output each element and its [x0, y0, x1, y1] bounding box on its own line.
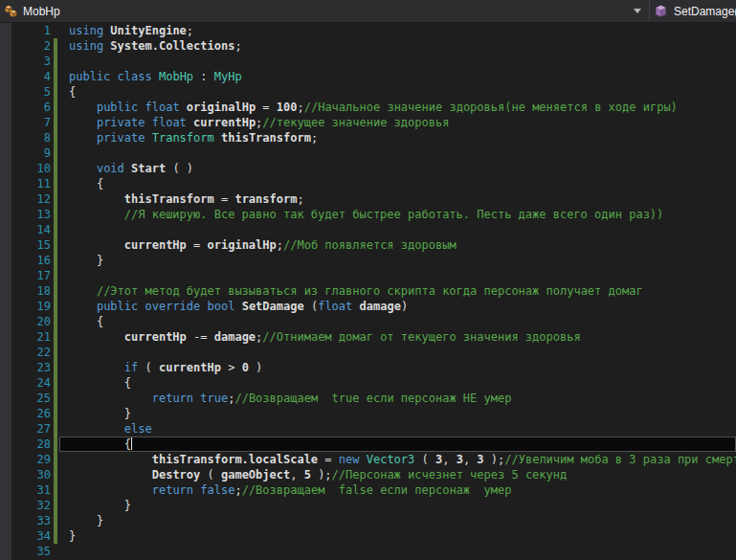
code-line-text: return true;//Возвращаем true если персо…: [69, 391, 511, 406]
code-editor[interactable]: 1using UnityEngine;2using System.Collect…: [0, 23, 736, 560]
code-line[interactable]: 10 void Start ( ): [0, 161, 736, 176]
code-line[interactable]: 28 {: [0, 437, 736, 452]
code-line[interactable]: 17: [0, 268, 736, 283]
code-line[interactable]: 21 currentHp -= damage;//Отнимаем домаг …: [0, 329, 736, 345]
code-line[interactable]: 5{: [0, 84, 736, 100]
line-number: 24: [0, 375, 51, 391]
code-line-text: {: [69, 176, 103, 191]
line-number: 34: [0, 528, 51, 544]
line-number: 29: [0, 452, 51, 467]
member-dropdown[interactable]: SetDamage(float damage): [650, 0, 736, 22]
line-number: 16: [0, 253, 51, 268]
code-line[interactable]: 2using System.Collections;: [0, 38, 736, 54]
line-number: 1: [0, 23, 51, 38]
line-number: 12: [0, 191, 51, 207]
code-line-text: void Start ( ): [69, 161, 193, 176]
code-line[interactable]: 11 {: [0, 176, 736, 191]
code-line[interactable]: 32 }: [0, 498, 736, 513]
line-number: 8: [0, 130, 51, 146]
code-line[interactable]: 19 public override bool SetDamage (float…: [0, 299, 736, 314]
code-line[interactable]: 9: [0, 146, 736, 161]
code-line-text: //Я кеширую. Все равно так будет быстрее…: [69, 207, 663, 222]
code-line-text: else: [69, 421, 152, 437]
code-line[interactable]: 24 {: [0, 375, 736, 391]
code-line-text: }: [69, 406, 131, 421]
line-number: 17: [0, 268, 51, 283]
line-number: 7: [0, 115, 51, 130]
line-number: 26: [0, 406, 51, 421]
code-line[interactable]: 35: [0, 544, 736, 559]
code-line-text: thisTransform.localScale = new Vector3 (…: [69, 452, 736, 467]
code-line[interactable]: 34}: [0, 528, 736, 544]
code-line[interactable]: 25 return true;//Возвращаем true если пе…: [0, 391, 736, 406]
code-line-text: currentHp -= damage;//Отнимаем домаг от …: [69, 329, 581, 345]
line-number: 35: [0, 544, 51, 559]
code-line-text: public class MobHp : MyHp: [69, 69, 242, 84]
code-line[interactable]: 4public class MobHp : MyHp: [0, 69, 736, 84]
code-line-text: return false;//Возвращаем false если пер…: [69, 482, 511, 498]
code-line-text: }: [69, 528, 76, 544]
line-number: 22: [0, 345, 51, 360]
code-line[interactable]: 14: [0, 222, 736, 237]
line-number: 15: [0, 237, 51, 253]
code-line-text: thisTransform = transform;: [69, 191, 304, 207]
class-dropdown[interactable]: MobHp: [0, 0, 649, 22]
line-number: 14: [0, 222, 51, 237]
code-line-text: }: [69, 498, 131, 513]
code-line[interactable]: 1using UnityEngine;: [0, 23, 736, 38]
code-line[interactable]: 7 private float currentHp;//текущее знач…: [0, 115, 736, 130]
line-number: 2: [0, 38, 51, 54]
method-icon: [654, 4, 668, 18]
code-line-text: public override bool SetDamage (float da…: [69, 299, 408, 314]
code-line-text: private Transform thisTransform;: [69, 130, 318, 146]
line-number: 6: [0, 100, 51, 115]
line-number: 23: [0, 360, 51, 375]
line-number: 13: [0, 207, 51, 222]
line-number: 28: [0, 437, 51, 452]
code-line-text: {: [69, 84, 76, 100]
code-line[interactable]: 22: [0, 345, 736, 360]
code-line-text: if ( currentHp > 0 ): [69, 360, 262, 375]
code-line-text: {: [69, 314, 103, 329]
code-line[interactable]: 12 thisTransform = transform;: [0, 191, 736, 207]
line-number: 21: [0, 329, 51, 345]
code-line-text: using System.Collections;: [69, 38, 242, 54]
code-line[interactable]: 15 currentHp = originalHp;//Моб появляет…: [0, 237, 736, 253]
code-lines: 1using UnityEngine;2using System.Collect…: [0, 23, 736, 559]
code-line[interactable]: 27 else: [0, 421, 736, 437]
code-line-text: }: [69, 253, 103, 268]
code-line-text: //Этот метод будет вызываться из главног…: [69, 283, 643, 299]
code-line[interactable]: 33 }: [0, 513, 736, 528]
code-line[interactable]: 6 public float originalHp = 100;//Началь…: [0, 100, 736, 115]
code-line-text: }: [69, 513, 103, 528]
text-caret: [131, 437, 132, 450]
line-number: 18: [0, 283, 51, 299]
code-line[interactable]: 20 {: [0, 314, 736, 329]
code-line-text: currentHp = originalHp;//Моб появляется …: [69, 237, 457, 253]
code-line-text: Destroy ( gameObject, 5 );//Персонаж исч…: [69, 467, 567, 482]
line-number: 25: [0, 391, 51, 406]
code-line[interactable]: 13 //Я кеширую. Все равно так будет быст…: [0, 207, 736, 222]
code-line-text: {: [69, 437, 132, 452]
code-line[interactable]: 23 if ( currentHp > 0 ): [0, 360, 736, 375]
line-number: 33: [0, 513, 51, 528]
code-line[interactable]: 3: [0, 54, 736, 69]
line-number: 31: [0, 482, 51, 498]
code-line[interactable]: 16 }: [0, 253, 736, 268]
line-number: 19: [0, 299, 51, 314]
code-line[interactable]: 8 private Transform thisTransform;: [0, 130, 736, 146]
code-line[interactable]: 26 }: [0, 406, 736, 421]
code-line[interactable]: 18 //Этот метод будет вызываться из глав…: [0, 283, 736, 299]
member-dropdown-label: SetDamage(float damage): [674, 5, 736, 18]
class-icon: [4, 4, 18, 18]
chevron-down-icon[interactable]: [634, 9, 641, 13]
line-number: 9: [0, 146, 51, 161]
code-line[interactable]: 31 return false;//Возвращаем false если …: [0, 482, 736, 498]
code-line[interactable]: 29 thisTransform.localScale = new Vector…: [0, 452, 736, 467]
code-line-text: {: [69, 375, 131, 391]
line-number: 5: [0, 84, 51, 100]
line-number: 32: [0, 498, 51, 513]
code-line[interactable]: 30 Destroy ( gameObject, 5 );//Персонаж …: [0, 467, 736, 482]
code-line-text: using UnityEngine;: [69, 23, 193, 38]
line-number: 4: [0, 69, 51, 84]
